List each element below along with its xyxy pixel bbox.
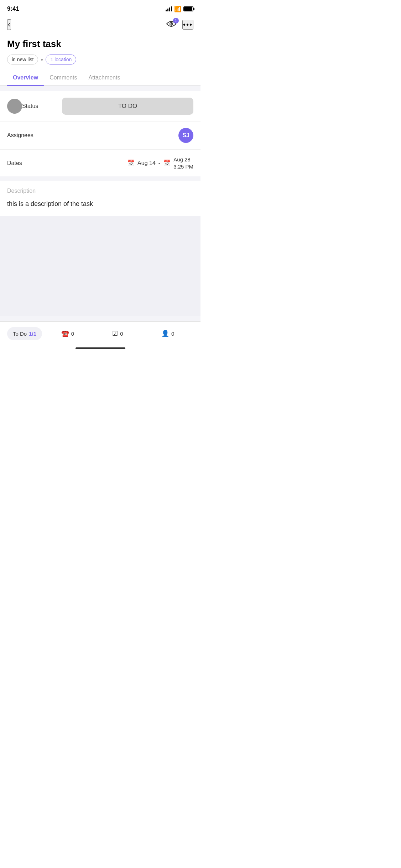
details-card: Status TO DO Assignees SJ Dates 📅 Aug 14… — [0, 91, 200, 176]
tab-overview[interactable]: Overview — [7, 70, 44, 85]
back-button[interactable]: ‹ — [7, 19, 11, 30]
status-value: TO DO — [58, 98, 193, 115]
calendar-start-icon: 📅 — [127, 159, 135, 167]
todo-count: 1/1 — [29, 331, 36, 337]
calendar-end-icon: 📅 — [163, 159, 171, 167]
task-meta: in new list 1 location — [0, 55, 200, 70]
date-separator: - — [158, 160, 160, 166]
profile-count: 0 — [171, 331, 174, 337]
date-end: Aug 28 3:25 PM — [173, 156, 193, 170]
phone-count: 0 — [71, 331, 74, 337]
checklist-count: 0 — [120, 331, 123, 337]
battery-icon — [183, 6, 193, 11]
status-row: Status TO DO — [0, 91, 200, 122]
toolbar-actions: ☎️ 0 ☑ 0 👤 0 — [42, 327, 193, 340]
dates-value[interactable]: 📅 Aug 14 - 📅 Aug 28 3:25 PM — [43, 156, 193, 170]
tab-attachments[interactable]: Attachments — [83, 70, 126, 85]
profile-button[interactable]: 👤 0 — [157, 327, 178, 340]
todo-badge[interactable]: To Do 1/1 — [7, 327, 42, 340]
tabs: Overview Comments Attachments — [0, 70, 200, 86]
status-label: Status — [22, 103, 58, 109]
status-badge[interactable]: TO DO — [62, 98, 193, 115]
status-time: 9:41 — [7, 5, 19, 12]
svg-point-1 — [171, 23, 172, 25]
meta-separator — [41, 59, 43, 61]
todo-label: To Do — [13, 331, 27, 337]
bottom-toolbar: To Do 1/1 ☎️ 0 ☑ 0 👤 0 — [0, 322, 200, 344]
checklist-icon: ☑ — [112, 330, 118, 337]
description-section: Description this is a description of the… — [0, 181, 200, 216]
location-tag[interactable]: 1 location — [46, 55, 76, 64]
description-label: Description — [7, 188, 193, 194]
list-tag[interactable]: in new list — [7, 55, 38, 64]
assignee-avatar[interactable]: SJ — [178, 128, 193, 143]
more-options-button[interactable]: ••• — [182, 20, 193, 30]
profile-icon: 👤 — [161, 330, 169, 337]
empty-content-area — [0, 216, 200, 316]
status-circle-icon — [7, 99, 22, 114]
status-bar: 9:41 📶 — [0, 0, 200, 16]
assignees-value[interactable]: SJ — [43, 128, 193, 143]
content-area: Status TO DO Assignees SJ Dates 📅 Aug 14… — [0, 86, 200, 321]
assignees-label: Assignees — [7, 132, 43, 139]
nav-bar: ‹ 1 ••• — [0, 16, 200, 36]
home-bar — [75, 347, 125, 349]
tab-comments[interactable]: Comments — [44, 70, 83, 85]
dates-label: Dates — [7, 160, 43, 166]
watcher-badge: 1 — [173, 18, 179, 24]
description-text: this is a description of the task — [7, 199, 193, 209]
dates-range: 📅 Aug 14 - 📅 Aug 28 3:25 PM — [127, 156, 193, 170]
eye-watcher-button[interactable]: 1 — [166, 20, 177, 29]
phone-button[interactable]: ☎️ 0 — [57, 327, 78, 340]
nav-right: 1 ••• — [166, 20, 193, 30]
date-start: Aug 14 — [137, 160, 156, 166]
wifi-icon: 📶 — [174, 6, 181, 12]
dates-row: Dates 📅 Aug 14 - 📅 Aug 28 3:25 PM — [0, 150, 200, 176]
checklist-button[interactable]: ☑ 0 — [108, 327, 127, 340]
signal-bars-icon — [166, 6, 172, 11]
home-indicator — [0, 344, 200, 352]
assignees-row: Assignees SJ — [0, 122, 200, 150]
task-title: My first task — [0, 36, 200, 55]
phone-icon: ☎️ — [61, 330, 69, 337]
status-icons: 📶 — [166, 6, 193, 12]
